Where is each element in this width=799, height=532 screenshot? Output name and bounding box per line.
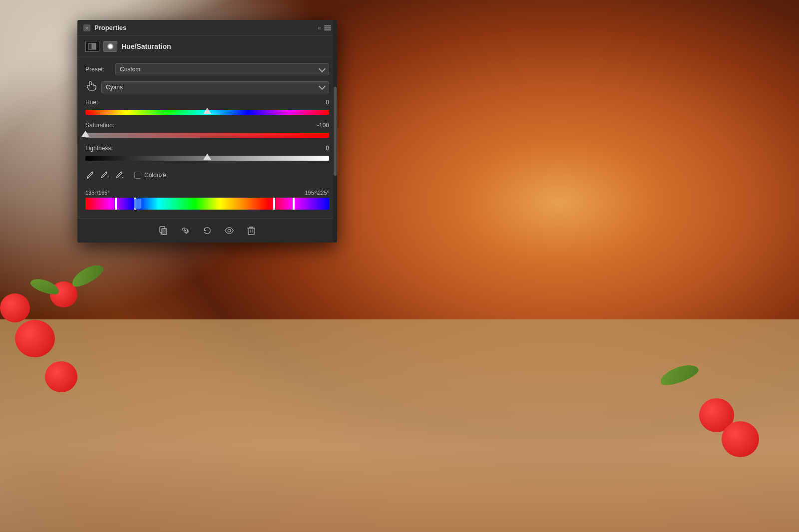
visibility-button[interactable] xyxy=(222,224,236,238)
saturation-track xyxy=(85,133,329,138)
preset-label: Preset: xyxy=(85,66,110,73)
hue-slider[interactable] xyxy=(85,108,329,117)
range-left-label: 135°/165° xyxy=(85,190,110,196)
hue-section: Hue: 0 xyxy=(85,99,329,117)
clip-icon xyxy=(158,226,168,236)
preset-value: Custom xyxy=(120,66,140,73)
channel-row: Cyans xyxy=(85,80,329,94)
separator xyxy=(77,217,337,217)
layer-header: Hue/Saturation xyxy=(77,36,337,57)
hue-thumb[interactable] xyxy=(203,108,211,114)
range-handle-right2[interactable] xyxy=(293,198,295,210)
colorize-row: Colorize xyxy=(134,172,166,179)
lightness-slider[interactable] xyxy=(85,154,329,163)
reset-icon xyxy=(202,226,212,236)
panel-title: Properties xyxy=(94,24,126,31)
lightness-label: Lightness: xyxy=(85,145,113,152)
eyedropper-add-svg: + xyxy=(100,171,109,180)
trash-icon xyxy=(246,226,256,236)
eyedropper-subtract-tool[interactable]: - xyxy=(115,171,124,180)
svg-point-7 xyxy=(184,230,186,232)
panel-titlebar: × Properties « xyxy=(77,20,337,36)
mask-icon[interactable] xyxy=(103,41,117,52)
tools-row: + - Colorize xyxy=(85,168,329,183)
link-visibility-button[interactable] xyxy=(178,224,192,238)
clip-to-layer-button[interactable] xyxy=(156,224,170,238)
svg-rect-1 xyxy=(92,43,96,49)
saturation-label: Saturation: xyxy=(85,122,114,129)
panel-content: Preset: Custom Cyans Hue: 0 xyxy=(77,57,337,216)
eyedropper-add-tool[interactable]: + xyxy=(100,171,109,180)
panel-bottom-bar xyxy=(77,218,337,243)
color-range-section: 135°/165° 195°\225° xyxy=(85,188,329,210)
colorize-checkbox[interactable] xyxy=(134,172,141,179)
properties-panel: × Properties « Hue/Saturation xyxy=(77,20,337,243)
wood-board xyxy=(0,319,799,532)
saturation-value: -100 xyxy=(317,122,329,129)
lightness-thumb[interactable] xyxy=(203,154,211,160)
eyedropper-tool[interactable] xyxy=(85,171,94,180)
hue-label: Hue: xyxy=(85,99,98,106)
eye-icon xyxy=(224,226,234,236)
hue-value: 0 xyxy=(326,99,329,106)
preset-row: Preset: Custom xyxy=(85,63,329,75)
panel-menu-button[interactable] xyxy=(324,25,331,30)
hand-svg xyxy=(85,80,96,91)
channel-dropdown-arrow xyxy=(319,83,326,90)
color-range-labels: 135°/165° 195°\225° xyxy=(85,190,329,196)
panel-header-title: Hue/Saturation xyxy=(121,42,171,50)
color-range-strip[interactable] xyxy=(85,198,329,210)
tomato-decoration xyxy=(0,293,30,322)
range-handle-right1[interactable] xyxy=(273,198,275,210)
lightness-value: 0 xyxy=(326,145,329,152)
link-icon xyxy=(180,226,190,236)
svg-rect-6 xyxy=(162,229,167,235)
layer-icon-svg xyxy=(88,43,97,50)
svg-rect-2 xyxy=(87,177,88,179)
preset-dropdown-arrow xyxy=(319,65,326,72)
eyedropper-sub-svg: - xyxy=(115,171,124,180)
scroll-thumb[interactable] xyxy=(334,87,337,176)
channel-value: Cyans xyxy=(106,84,123,91)
saturation-header: Saturation: -100 xyxy=(85,122,329,129)
adjustment-layer-icon[interactable] xyxy=(85,41,99,52)
range-right-label: 195°\225° xyxy=(305,190,329,196)
saturation-slider[interactable] xyxy=(85,131,329,140)
collapse-button[interactable]: « xyxy=(318,24,321,31)
svg-text:+: + xyxy=(107,174,109,180)
tomato-decoration xyxy=(722,421,759,457)
saturation-section: Saturation: -100 xyxy=(85,122,329,140)
svg-point-8 xyxy=(228,229,230,232)
range-cyan-handle[interactable] xyxy=(134,199,141,209)
close-button[interactable]: × xyxy=(83,24,90,31)
saturation-thumb[interactable] xyxy=(81,131,89,137)
lightness-section: Lightness: 0 xyxy=(85,145,329,163)
range-handle-left1[interactable] xyxy=(115,198,117,210)
hue-header: Hue: 0 xyxy=(85,99,329,106)
svg-rect-0 xyxy=(88,43,92,49)
svg-rect-9 xyxy=(248,228,254,235)
tomato-decoration xyxy=(15,320,55,357)
reset-button[interactable] xyxy=(200,224,214,238)
tomato-decoration xyxy=(45,361,77,392)
finger-tool-icon[interactable] xyxy=(85,80,96,94)
lightness-header: Lightness: 0 xyxy=(85,145,329,152)
colorize-label: Colorize xyxy=(144,172,166,179)
panel-title-left: × Properties xyxy=(83,24,126,31)
delete-button[interactable] xyxy=(244,224,258,238)
svg-text:-: - xyxy=(122,174,123,180)
panel-scrollbar[interactable] xyxy=(333,20,337,243)
channel-dropdown[interactable]: Cyans xyxy=(101,81,329,93)
eyedropper-svg xyxy=(85,171,94,180)
preset-dropdown[interactable]: Custom xyxy=(115,63,329,75)
